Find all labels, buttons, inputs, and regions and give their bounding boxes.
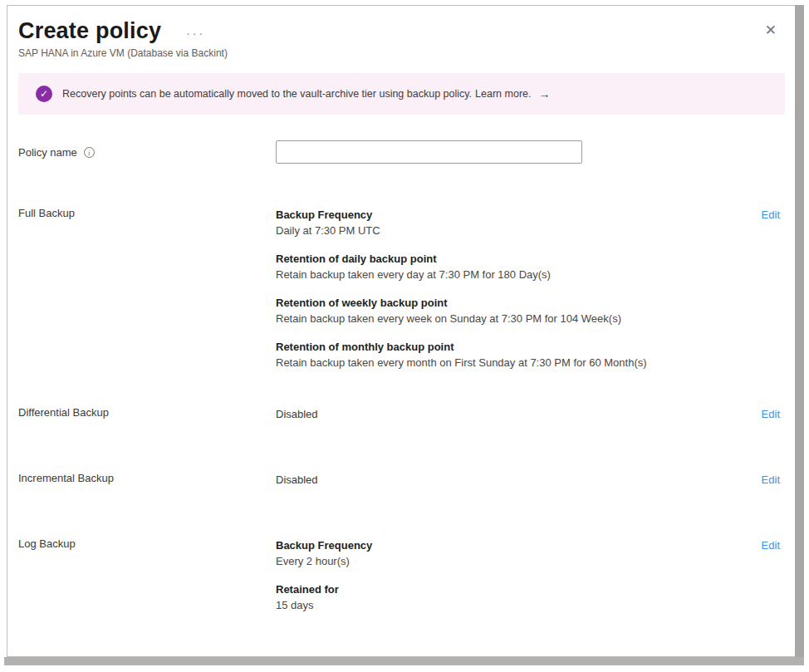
info-icon[interactable]: i (84, 147, 95, 158)
section-label-full-backup: Full Backup (18, 207, 276, 219)
page-title: Create policy (18, 17, 161, 44)
item-detail: Retain backup taken every month on First… (276, 355, 752, 370)
full-backup-section: Full Backup Backup Frequency Daily at 7:… (7, 207, 795, 383)
incremental-backup-status: Disabled (276, 472, 752, 488)
close-icon[interactable]: ✕ (762, 21, 780, 41)
edit-incremental-backup-link[interactable]: Edit (762, 472, 780, 488)
item-detail: Retain backup taken every day at 7:30 PM… (276, 267, 752, 282)
item-title: Backup Frequency (276, 207, 752, 223)
more-options-button[interactable]: ··· (186, 22, 205, 40)
monthly-retention-item: Retention of monthly backup point Retain… (276, 339, 752, 370)
policy-name-label: Policy name (18, 146, 77, 159)
full-backup-frequency-item: Backup Frequency Daily at 7:30 PM UTC (276, 207, 752, 238)
panel-header: Create policy ··· ✕ SAP HANA in Azure VM… (7, 6, 795, 59)
log-backup-retention-item: Retained for 15 days (276, 581, 752, 613)
daily-retention-item: Retention of daily backup point Retain b… (276, 251, 752, 282)
item-title: Retained for (276, 581, 752, 597)
vault-archive-check-icon: ✓ (36, 86, 52, 102)
item-title: Retention of daily backup point (276, 251, 752, 267)
log-backup-section: Log Backup Backup Frequency Every 2 hour… (7, 537, 795, 625)
window-frame-right (795, 5, 804, 665)
banner-text: Recovery points can be automatically mov… (62, 88, 472, 100)
log-backup-frequency-item: Backup Frequency Every 2 hour(s) (276, 537, 752, 569)
item-detail: Every 2 hour(s) (276, 553, 752, 569)
item-title: Retention of monthly backup point (276, 339, 752, 355)
edit-full-backup-link[interactable]: Edit (762, 207, 780, 223)
page-subtitle: SAP HANA in Azure VM (Database via Backi… (18, 47, 780, 59)
item-detail: Daily at 7:30 PM UTC (276, 223, 752, 238)
section-label-log-backup: Log Backup (18, 537, 276, 550)
item-title: Backup Frequency (276, 537, 752, 553)
differential-backup-status: Disabled (276, 406, 752, 422)
differential-backup-section: Differential Backup Disabled Edit (7, 406, 795, 422)
policy-name-input[interactable] (276, 140, 582, 164)
edit-differential-backup-link[interactable]: Edit (762, 406, 780, 422)
learn-more-link[interactable]: Learn more. (475, 88, 531, 100)
incremental-backup-section: Incremental Backup Disabled Edit (7, 472, 795, 488)
create-policy-panel: Create policy ··· ✕ SAP HANA in Azure VM… (7, 5, 796, 657)
section-label-incremental-backup: Incremental Backup (18, 472, 276, 484)
info-banner: ✓ Recovery points can be automatically m… (18, 73, 785, 115)
item-detail: Retain backup taken every week on Sunday… (276, 311, 752, 326)
item-detail: 15 days (276, 597, 752, 613)
policy-name-row: Policy namei (7, 140, 795, 164)
section-label-differential-backup: Differential Backup (18, 406, 276, 419)
arrow-right-icon[interactable]: → (538, 87, 550, 101)
item-title: Retention of weekly backup point (276, 295, 752, 311)
window-frame-bottom (4, 657, 804, 665)
edit-log-backup-link[interactable]: Edit (762, 537, 780, 553)
weekly-retention-item: Retention of weekly backup point Retain … (276, 295, 752, 326)
